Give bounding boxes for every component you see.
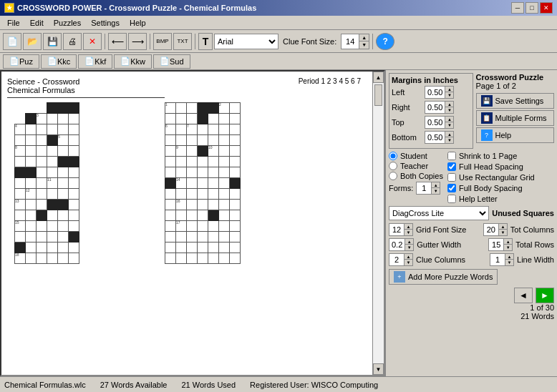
full-body-label: Full Body Spacing: [459, 184, 523, 192]
title-text: CROSSWORD POWER - Crossword Puzzle - Che…: [17, 4, 256, 12]
status-registered: Registered User: WISCO Computing: [250, 381, 378, 389]
left-value: 0.50: [425, 88, 445, 97]
line-width-spinner[interactable]: 1 ▲ ▼: [490, 253, 514, 266]
left-spinner[interactable]: 0.50 ▲ ▼: [425, 86, 454, 99]
menu-settings[interactable]: Settings: [87, 17, 124, 29]
diagcross-selector[interactable]: DiagCross Lite: [389, 206, 489, 220]
tab-sud[interactable]: 📄 Sud: [153, 54, 190, 69]
clue-font-value: 14: [342, 37, 359, 46]
minimize-button[interactable]: ─: [511, 2, 524, 14]
tab-kkw[interactable]: 📄 Kkw: [114, 54, 152, 69]
right-spinner[interactable]: 0.50 ▲ ▼: [425, 101, 454, 114]
forms-spinner[interactable]: 1 ▲ ▼: [416, 182, 440, 195]
tot-columns-up[interactable]: ▲: [498, 224, 507, 230]
gutter-spinner[interactable]: 0.2 ▲ ▼: [389, 238, 414, 251]
font-icon: T: [198, 33, 213, 50]
stop-button[interactable]: ✕: [83, 33, 102, 50]
save-button[interactable]: 💾: [43, 33, 62, 50]
menu-edit[interactable]: Edit: [26, 17, 48, 29]
total-rows-spinner[interactable]: 15 ▲ ▼: [488, 238, 513, 251]
tab-kkf[interactable]: 📄 Kkf: [78, 54, 112, 69]
left-down[interactable]: ▼: [445, 92, 453, 98]
bottom-up[interactable]: ▲: [445, 132, 453, 137]
forms-row: Forms: 1 ▲ ▼: [389, 182, 443, 195]
tab-puz[interactable]: 📄 Puz: [3, 54, 39, 69]
nav-left-button[interactable]: ◄: [514, 288, 533, 303]
bmp-button[interactable]: BMP: [153, 33, 172, 50]
rect-grid-check-row: Use Rectangular Grid: [447, 173, 535, 182]
left-up[interactable]: ▲: [445, 87, 453, 92]
new-button[interactable]: 📄: [3, 33, 21, 50]
teacher-radio[interactable]: [389, 162, 397, 170]
line-width-up[interactable]: ▲: [505, 254, 513, 260]
full-head-checkbox[interactable]: [447, 162, 456, 171]
grid-table-left: 3 4 5 8: [14, 102, 79, 264]
help-panel-button[interactable]: ? Help: [476, 127, 555, 143]
line-width-down[interactable]: ▼: [505, 260, 513, 265]
shrink-checkbox[interactable]: [447, 152, 456, 160]
full-head-label: Full Head Spacing: [459, 162, 523, 171]
unused-label: Unused Squares: [492, 209, 554, 217]
maximize-button[interactable]: □: [525, 2, 538, 14]
open-button[interactable]: 📂: [23, 33, 42, 50]
tot-columns-down[interactable]: ▼: [498, 230, 507, 235]
clue-columns-up[interactable]: ▲: [404, 254, 412, 260]
txt-button[interactable]: TXT: [173, 33, 192, 50]
student-radio[interactable]: [389, 152, 397, 160]
right-down[interactable]: ▼: [445, 107, 453, 113]
grid-font-up[interactable]: ▲: [404, 224, 412, 230]
both-label: Both Copies: [400, 172, 443, 180]
top-down[interactable]: ▼: [445, 122, 453, 128]
options-row: Student Teacher Both Copies Forms: 1 ▲: [389, 152, 554, 203]
back-button[interactable]: ⟵: [108, 33, 127, 50]
print-button[interactable]: 🖨: [63, 33, 82, 50]
grid-font-spinner[interactable]: 12 ▲ ▼: [389, 223, 413, 236]
menu-file[interactable]: File: [3, 17, 24, 29]
close-button[interactable]: ✕: [540, 2, 553, 14]
count-line1: 1 of 30: [389, 303, 554, 312]
help-letter-checkbox[interactable]: [447, 195, 456, 203]
scroll-down[interactable]: ▼: [373, 363, 384, 375]
checkboxes: Shrink to 1 Page Full Head Spacing Use R…: [447, 152, 535, 203]
nav-right-button[interactable]: ►: [536, 288, 554, 303]
tot-columns-spinner[interactable]: 20 ▲ ▼: [483, 223, 508, 236]
gutter-down[interactable]: ▼: [405, 245, 413, 250]
clue-font-up[interactable]: ▲: [359, 34, 369, 41]
menu-help[interactable]: Help: [125, 17, 150, 29]
add-words-label: Add More Puzzle Words: [408, 273, 493, 281]
help-button[interactable]: ?: [376, 33, 394, 50]
top-spinner[interactable]: 0.50 ▲ ▼: [425, 116, 454, 129]
forms-down[interactable]: ▼: [431, 188, 440, 194]
clue-columns-spinner[interactable]: 2 ▲ ▼: [389, 253, 413, 266]
gutter-up[interactable]: ▲: [405, 239, 413, 245]
bottom-down[interactable]: ▼: [445, 137, 453, 143]
both-radio[interactable]: [389, 172, 397, 180]
forms-icon: 📋: [481, 112, 493, 124]
tab-kkc[interactable]: 📄 Kkc: [41, 54, 77, 69]
save-settings-button[interactable]: 💾 Save Settings: [476, 93, 555, 109]
menu-puzzles[interactable]: Puzzles: [49, 17, 86, 29]
clue-font-size-spinner[interactable]: 14 ▲ ▼: [341, 34, 369, 49]
add-words-button[interactable]: + Add More Puzzle Words: [389, 269, 498, 285]
shrink-label: Shrink to 1 Page: [459, 152, 517, 160]
main-content: ▲ ▼ Science - Crossword Chemical Formula…: [0, 70, 557, 376]
grid-font-down[interactable]: ▼: [404, 230, 412, 235]
full-body-checkbox[interactable]: [447, 184, 456, 192]
bottom-spinner[interactable]: 0.50 ▲ ▼: [425, 131, 454, 144]
total-rows-down[interactable]: ▼: [503, 245, 512, 250]
rect-grid-checkbox[interactable]: [447, 173, 456, 182]
total-rows-value: 15: [489, 240, 503, 249]
tot-columns-value: 20: [484, 225, 498, 234]
multiple-forms-button[interactable]: 📋 Multiple Forms: [476, 110, 555, 126]
clue-font-down[interactable]: ▼: [359, 41, 369, 49]
forward-button[interactable]: ⟶: [128, 33, 147, 50]
crossword-grids: 3 4 5 8: [7, 102, 378, 360]
clue-columns-down[interactable]: ▼: [404, 260, 412, 265]
right-up[interactable]: ▲: [445, 102, 453, 107]
rect-grid-label: Use Rectangular Grid: [459, 173, 535, 182]
font-selector[interactable]: Arial: [214, 34, 278, 49]
forms-up[interactable]: ▲: [431, 182, 440, 188]
total-rows-up[interactable]: ▲: [503, 239, 512, 245]
top-up[interactable]: ▲: [445, 117, 453, 122]
cw-panel: Crossword Puzzle Page 1 of 2 💾 Save Sett…: [476, 73, 555, 149]
